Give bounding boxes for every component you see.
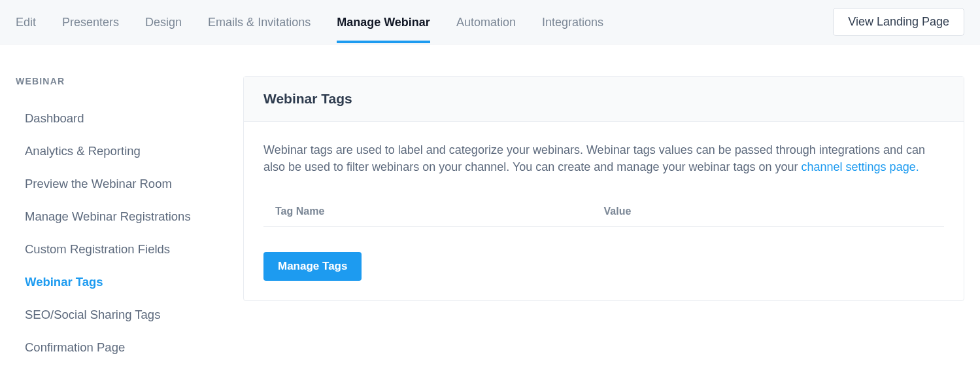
sidebar-item-analytics-reporting[interactable]: Analytics & Reporting — [25, 135, 225, 168]
sidebar-item-seo-social-tags[interactable]: SEO/Social Sharing Tags — [25, 298, 225, 331]
panel-description: Webinar tags are used to label and categ… — [263, 141, 944, 175]
tab-emails-invitations[interactable]: Emails & Invitations — [208, 1, 311, 43]
sidebar-heading: WEBINAR — [16, 76, 225, 86]
tab-edit[interactable]: Edit — [16, 1, 36, 43]
sidebar-item-confirmation-page[interactable]: Confirmation Page — [25, 331, 225, 364]
main-panel-container: Webinar Tags Webinar tags are used to la… — [243, 76, 964, 364]
tab-manage-webinar[interactable]: Manage Webinar — [337, 1, 430, 43]
tab-design[interactable]: Design — [145, 1, 182, 43]
view-landing-page-button[interactable]: View Landing Page — [833, 8, 964, 36]
sidebar-item-custom-registration-fields[interactable]: Custom Registration Fields — [25, 233, 225, 266]
tab-presenters[interactable]: Presenters — [62, 1, 119, 43]
top-nav: Edit Presenters Design Emails & Invitati… — [0, 0, 980, 45]
column-value: Value — [604, 206, 933, 217]
webinar-tags-panel: Webinar Tags Webinar tags are used to la… — [243, 76, 964, 301]
sidebar-item-manage-registrations[interactable]: Manage Webinar Registrations — [25, 200, 225, 233]
top-tabs: Edit Presenters Design Emails & Invitati… — [16, 1, 833, 43]
sidebar-item-webinar-tags[interactable]: Webinar Tags — [25, 266, 225, 298]
tags-table-header: Tag Name Value — [263, 196, 944, 227]
panel-title: Webinar Tags — [263, 91, 944, 107]
panel-body: Webinar tags are used to label and categ… — [244, 122, 964, 300]
sidebar: WEBINAR Dashboard Analytics & Reporting … — [16, 76, 225, 364]
sidebar-item-dashboard[interactable]: Dashboard — [25, 102, 225, 135]
tab-integrations[interactable]: Integrations — [542, 1, 603, 43]
tab-automation[interactable]: Automation — [456, 1, 516, 43]
sidebar-item-preview-webinar-room[interactable]: Preview the Webinar Room — [25, 168, 225, 200]
column-tag-name: Tag Name — [275, 206, 604, 217]
manage-tags-button[interactable]: Manage Tags — [263, 252, 362, 281]
channel-settings-link[interactable]: channel settings page. — [802, 160, 919, 173]
panel-header: Webinar Tags — [244, 77, 964, 122]
content-row: WEBINAR Dashboard Analytics & Reporting … — [0, 45, 980, 377]
